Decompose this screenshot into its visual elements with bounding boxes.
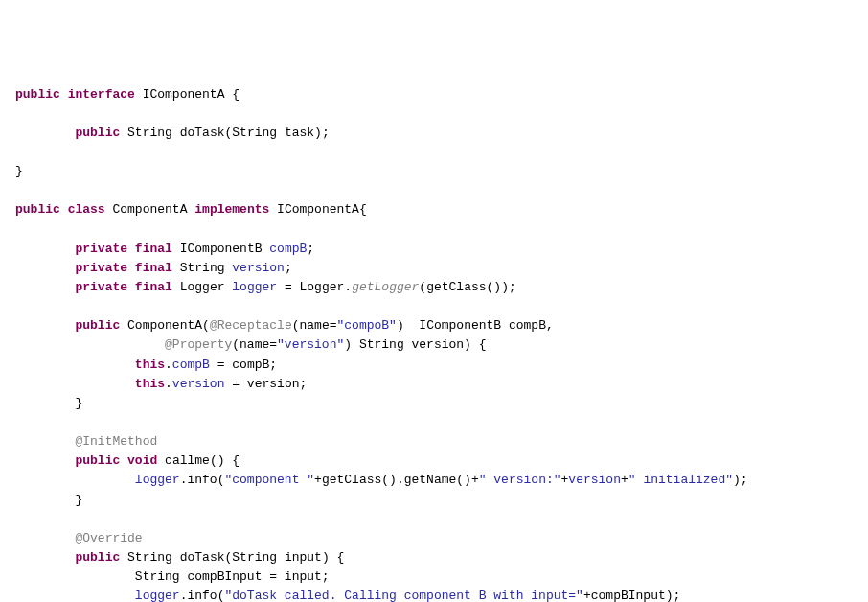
params: (String task); [224,126,329,140]
keyword-void: void [127,453,157,468]
text: +compBInput); [583,589,680,602]
return-type: String [127,550,172,565]
keyword-this: this [135,358,165,372]
code-line: this.version = version; [15,377,307,391]
keyword-public: public [75,318,120,333]
keyword-private: private [75,261,127,275]
type-name: Logger [180,280,225,294]
string-literal: "compoB" [337,318,397,333]
code-line: @Property(name="version") String version… [15,337,487,352]
dot: . [165,377,172,391]
code-line: private final String version; [15,261,292,275]
class-name: ComponentA [112,202,187,217]
keyword-final: final [135,280,172,294]
field-ref: version [172,377,225,391]
keyword-public: public [75,550,120,565]
static-call: getLogger [352,280,419,294]
keyword-final: final [135,242,172,256]
string-literal: "component " [224,473,314,487]
text: ); [733,473,748,487]
code-line: logger.info("component "+getClass().getN… [15,473,748,487]
text: ) String version) { [344,337,486,352]
annotation: @Receptacle [210,318,292,333]
annotation: @Override [75,531,142,545]
brace: } [75,396,82,410]
method-sig: doTask(String input) { [180,550,345,565]
text: String compBInput = input; [135,569,330,584]
field-ref: compB [172,358,210,372]
string-literal: "doTask called. Calling component B with… [224,589,582,602]
brace: } [75,493,82,507]
semi: ; [307,242,314,256]
type-name: IComponentA [143,87,225,102]
code-line: public ComponentA(@Receptacle(name="comp… [15,318,554,333]
code-line: @Override [15,531,143,545]
method-name: doTask [180,126,225,140]
code-line: logger.info("doTask called. Calling comp… [15,589,680,602]
code-line: this.compB = compB; [15,358,277,372]
field-ref: version [568,473,621,487]
ctor-name: ComponentA( [127,318,210,333]
text: .info( [180,473,225,487]
method-sig: callme() { [165,453,240,468]
code-line: private final Logger logger = Logger.get… [15,280,516,294]
string-literal: " initialized" [628,473,733,487]
return-type: String [127,126,172,140]
code-line: public void callme() { [15,453,240,468]
keyword-class: class [68,202,105,217]
code-line: public String doTask(String input) { [15,550,344,565]
iface-name: IComponentA{ [277,202,367,217]
annotation: @Property [165,337,232,352]
keyword-this: this [135,377,165,391]
brace: { [224,87,240,102]
string-literal: "version" [277,337,344,352]
code-line: } [15,396,82,410]
text: (name= [292,318,337,333]
code-line: } [15,493,82,507]
keyword-implements: implements [194,202,269,217]
keyword-public: public [15,202,60,217]
code-block: public interface IComponentA { public St… [15,85,853,602]
text: = Logger. [277,280,352,294]
text: +getClass().getName()+ [314,473,479,487]
text: ) IComponentB compB, [397,318,554,333]
code-line: public String doTask(String task); [15,126,330,140]
semi: ; [285,261,292,275]
text: = version; [224,377,307,391]
dot: . [165,358,172,372]
text: (getClass()); [419,280,515,294]
text: = compB; [210,358,277,372]
keyword-interface: interface [68,87,135,102]
code-line: String compBInput = input; [15,569,330,584]
code-line: private final IComponentB compB; [15,242,314,256]
field-name: compB [269,242,307,256]
type-name: IComponentB [180,242,263,256]
keyword-public: public [75,126,120,140]
keyword-final: final [135,261,172,275]
code-line: @InitMethod [15,434,157,449]
field-ref: logger [135,473,180,487]
keyword-private: private [75,280,127,294]
code-line: public interface IComponentA { [15,87,240,102]
field-name: version [232,261,285,275]
keyword-private: private [75,242,127,256]
field-ref: logger [135,589,180,602]
annotation: @InitMethod [75,434,157,449]
text: (name= [232,337,277,352]
text: .info( [180,589,225,602]
code-line: } [15,164,23,178]
keyword-public: public [15,87,60,102]
string-literal: " version:" [479,473,561,487]
type-name: String [180,261,225,275]
keyword-public: public [75,453,120,468]
text: + [621,473,628,487]
code-line: public class ComponentA implements IComp… [15,202,367,217]
field-name: logger [232,280,277,294]
